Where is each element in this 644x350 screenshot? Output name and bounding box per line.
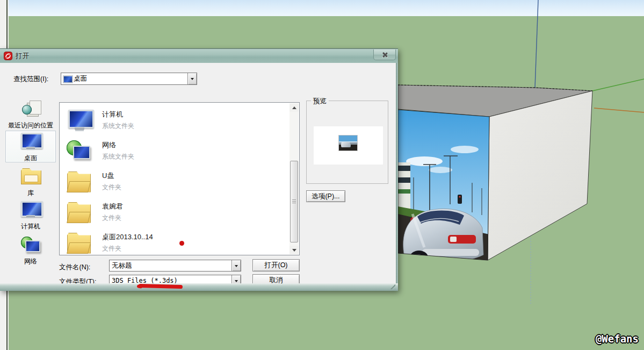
file-name: 桌面2013.10..14	[102, 232, 153, 242]
dialog-titlebar[interactable]: 打开	[0, 49, 398, 63]
places-sidebar: 最近访问的位置 桌面 库 计算机 网络	[4, 98, 57, 305]
file-name-dropdown-button[interactable]	[231, 260, 241, 271]
file-type: 文件夹	[102, 213, 123, 223]
network-icon	[67, 140, 93, 162]
sidebar-item[interactable]: 库	[5, 166, 56, 197]
scroll-down-button[interactable]	[290, 246, 299, 254]
file-name: 计算机	[102, 110, 134, 119]
close-icon	[382, 52, 388, 58]
screen: @Wefans 打开 查找范围(I): 桌面	[0, 0, 644, 350]
dialog-title: 打开	[16, 52, 29, 61]
file-type: 文件夹	[102, 183, 121, 192]
file-list-item[interactable]: 袁婉君 文件夹	[60, 197, 290, 227]
desktop-mini-icon	[63, 75, 71, 82]
file-name-label: 文件名(N):	[59, 263, 90, 272]
file-list: 计算机 系统文件夹 网络 系统文件夹 U	[59, 102, 300, 255]
close-button[interactable]	[373, 49, 396, 60]
look-in-dropdown-button[interactable]	[187, 73, 197, 84]
chevron-down-icon	[191, 78, 194, 82]
file-list-item[interactable]: 网络 系统文件夹	[60, 135, 290, 166]
sidebar-item-label: 最近访问的位置	[5, 122, 56, 129]
sidebar-item[interactable]: 最近访问的位置	[5, 98, 56, 129]
preview-thumbnail	[339, 135, 357, 151]
file-type: 系统文件夹	[102, 152, 134, 161]
options-button[interactable]: 选项(P)...	[306, 190, 345, 202]
sidebar-item[interactable]: 计算机	[5, 199, 56, 230]
preview-label: 预览	[311, 97, 329, 106]
open-button[interactable]: 打开(O)	[252, 259, 300, 272]
sidebar-item[interactable]: 网络	[5, 234, 56, 265]
recent-icon	[19, 99, 42, 118]
file-type: 文件夹	[102, 244, 153, 253]
look-in-label: 查找范围(I):	[13, 75, 48, 84]
chevron-down-icon	[292, 249, 296, 254]
file-type: 系统文件夹	[102, 122, 134, 131]
file-name-combobox[interactable]	[109, 260, 241, 272]
desktop-icon	[19, 132, 42, 151]
file-list-item[interactable]: 计算机 系统文件夹	[60, 105, 290, 135]
computer-icon	[67, 109, 93, 132]
folder-image-icon	[67, 170, 93, 193]
scroll-thumb[interactable]	[290, 161, 298, 242]
folder-cards-icon	[67, 201, 93, 224]
dialog-border-bottom	[0, 283, 398, 291]
file-name-input[interactable]	[110, 262, 231, 269]
dialog-body: 查找范围(I): 桌面 最近访问的位置 桌面	[0, 63, 396, 284]
preview-canvas	[314, 126, 383, 165]
file-list-item[interactable]: U盘 文件夹	[60, 166, 290, 197]
file-name: U盘	[102, 171, 121, 181]
folder-docs-icon	[67, 232, 93, 254]
chevron-down-icon	[235, 265, 238, 269]
annotation-red-dot	[179, 241, 184, 246]
viewport-sky	[9, 0, 644, 16]
watermark: @Wefans	[596, 333, 639, 345]
look-in-value: 桌面	[71, 74, 187, 83]
file-rows: 计算机 系统文件夹 网络 系统文件夹 U	[60, 105, 290, 255]
libraries-icon	[19, 167, 42, 185]
network-icon	[19, 235, 42, 254]
list-scrollbar[interactable]	[290, 103, 299, 254]
computer-icon	[19, 201, 42, 219]
sidebar-item[interactable]: 桌面	[5, 131, 56, 162]
file-list-item[interactable]: 桌面2013.10..14 文件夹	[60, 227, 290, 255]
preview-groupbox: 预览	[306, 101, 388, 184]
look-in-combobox[interactable]: 桌面	[61, 73, 197, 85]
chevron-up-icon	[292, 104, 296, 109]
sidebar-item-label: 计算机	[5, 223, 56, 230]
sidebar-item-label: 库	[5, 189, 56, 197]
open-dialog: 打开 查找范围(I): 桌面 最近访问的位置	[0, 48, 398, 291]
sidebar-item-label: 桌面	[6, 154, 55, 162]
scroll-up-button[interactable]	[290, 103, 299, 112]
dialog-border-right	[396, 63, 398, 291]
file-name: 网络	[102, 140, 134, 150]
sketchup-logo-icon	[4, 52, 12, 60]
sidebar-item-label: 网络	[5, 258, 56, 265]
file-name: 袁婉君	[102, 202, 123, 211]
